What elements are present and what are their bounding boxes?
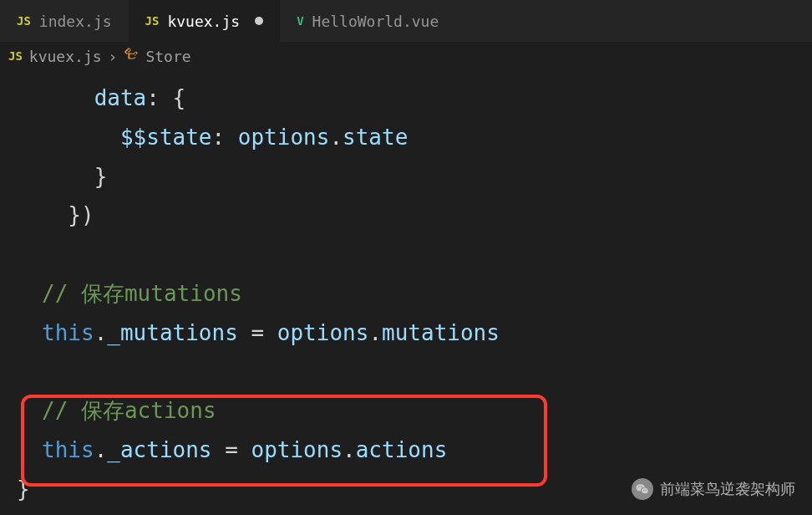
code-line: data: { <box>0 79 812 118</box>
code-line: // 保存mutations <box>0 274 812 314</box>
breadcrumb-class[interactable]: Store <box>145 48 190 65</box>
tab-label: HelloWorld.vue <box>312 13 439 30</box>
breadcrumb: JS kvuex.js › Store <box>0 42 812 70</box>
breadcrumb-separator-icon: › <box>109 48 118 65</box>
breadcrumb-file[interactable]: kvuex.js <box>29 48 102 65</box>
code-line <box>0 235 812 274</box>
class-icon <box>124 47 139 65</box>
modified-indicator-icon <box>255 17 263 25</box>
tab-label: kvuex.js <box>167 13 240 30</box>
code-line: }) <box>0 196 812 235</box>
tab-kvuex-js[interactable]: JS kvuex.js <box>129 0 281 42</box>
tab-index-js[interactable]: JS index.js <box>0 0 129 42</box>
code-line <box>0 353 812 392</box>
code-line: this._mutations = options.mutations <box>0 314 812 353</box>
tab-label: index.js <box>39 13 112 30</box>
code-line: } <box>0 157 812 196</box>
watermark-text: 前端菜鸟逆袭架构师 <box>660 479 795 499</box>
js-icon: JS <box>145 14 160 28</box>
vue-icon: V <box>297 14 303 28</box>
tab-helloworld-vue[interactable]: V HelloWorld.vue <box>280 0 455 42</box>
js-icon: JS <box>17 14 31 28</box>
wechat-icon <box>632 478 653 500</box>
tab-bar: JS index.js JS kvuex.js V HelloWorld.vue <box>0 0 812 42</box>
code-line: $$state: options.state <box>0 118 812 157</box>
code-editor[interactable]: data: { $$state: options.state } }) // 保… <box>0 70 812 515</box>
code-line: // 保存actions <box>0 391 812 431</box>
code-line: this._actions = options.actions <box>0 431 812 470</box>
watermark: 前端菜鸟逆袭架构师 <box>632 478 795 500</box>
js-icon: JS <box>8 49 23 63</box>
